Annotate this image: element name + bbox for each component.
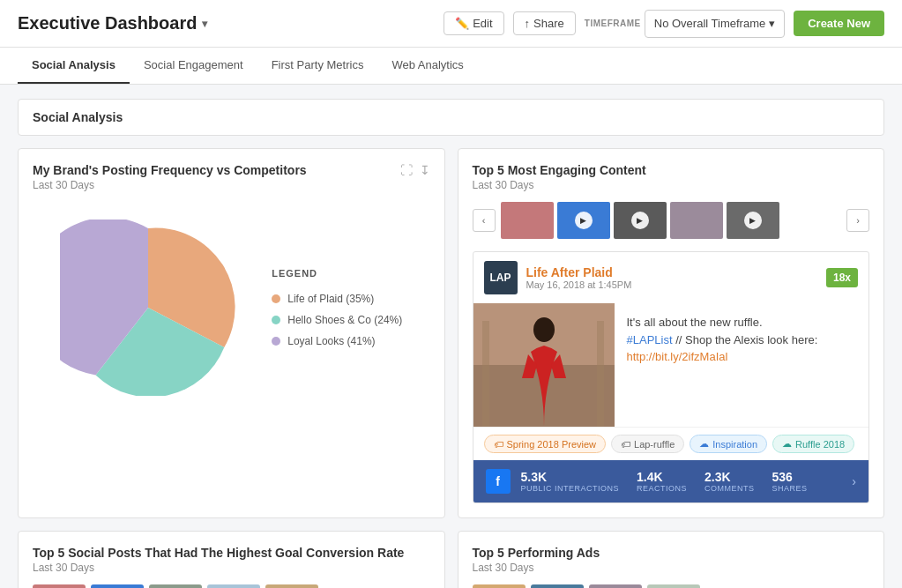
tag-spring[interactable]: 🏷 Spring 2018 Preview	[484, 435, 607, 453]
stat-group: 5.3K PUBLIC INTERACTIONS 1.4K REACTIONS …	[521, 470, 853, 493]
play-icon-3: ▶	[631, 212, 649, 229]
engaging-content-card: Top 5 Most Engaging Content Last 30 Days…	[458, 148, 885, 518]
tab-first-party-metrics[interactable]: First Party Metrics	[257, 48, 378, 84]
title-text: Executive Dashboard	[18, 13, 197, 33]
stat-comments: 2.3K COMMENTS	[704, 470, 755, 493]
ads-thumb-3[interactable]	[589, 584, 642, 588]
stats-chevron-icon[interactable]: ›	[852, 474, 856, 488]
bottom-grid: Top 5 Social Posts That Had The Highest …	[18, 531, 884, 588]
goal-thumb-1[interactable]: 👗	[33, 584, 86, 588]
thumb-1[interactable]	[501, 202, 554, 239]
post-link[interactable]: http://bit.ly/2ifzMaIal	[627, 350, 728, 363]
post-body: It's all about the new ruffle. #LAPList …	[473, 303, 869, 427]
post-date: May 16, 2018 at 1:45PM	[526, 279, 817, 290]
download-icon[interactable]: ↧	[420, 163, 430, 177]
page-title: Executive Dashboard ▾	[18, 13, 207, 33]
post-text-line1: It's all about the new ruffle.	[627, 316, 763, 329]
tag-label-lap: Lap-ruffle	[634, 439, 675, 450]
tag-icon-inspiration: ☁	[699, 438, 709, 450]
post-stats: f 5.3K PUBLIC INTERACTIONS 1.4K REACTION…	[473, 460, 869, 502]
engaging-content-title: Top 5 Most Engaging Content	[473, 163, 870, 177]
thumb-2[interactable]: ▶	[557, 202, 610, 239]
goal-thumb-5[interactable]	[265, 584, 318, 588]
legend-label-3: Loyal Looks (41%)	[287, 335, 375, 347]
tab-web-analytics[interactable]: Web Analytics	[377, 48, 477, 84]
card-title: My Brand's Posting Frequency vs Competit…	[33, 163, 307, 177]
tag-ruffle-2018[interactable]: ☁ Ruffle 2018	[772, 435, 854, 453]
card-header: My Brand's Posting Frequency vs Competit…	[33, 163, 430, 202]
legend: LEGEND Life of Plaid (35%) Hello Shoes &…	[272, 268, 402, 347]
tag-lap-ruffle[interactable]: 🏷 Lap-ruffle	[611, 435, 684, 453]
tag-icon-lap: 🏷	[621, 439, 630, 450]
edit-label: Edit	[473, 17, 492, 30]
section-header: Social Analysis	[18, 99, 884, 136]
thumb-4[interactable]	[670, 202, 723, 239]
timeframe-wrapper: TIMEFRAME No Overall Timeframe ▾	[585, 10, 785, 38]
play-icon-5: ▶	[744, 212, 762, 229]
stat-shares: 536 SHARES	[772, 470, 808, 493]
timeframe-select[interactable]: No Overall Timeframe ▾	[645, 10, 785, 38]
post-avatar: LAP	[484, 261, 518, 294]
ads-thumbnails: 👗 ▶	[473, 584, 870, 588]
stat-label-reactions: REACTIONS	[637, 484, 687, 493]
post-image-svg	[473, 303, 615, 427]
post-hashtag[interactable]: #LAPList	[627, 333, 673, 346]
goal-thumb-4[interactable]	[207, 584, 260, 588]
top-grid: My Brand's Posting Frequency vs Competit…	[18, 148, 884, 518]
performing-ads-subtitle: Last 30 Days	[473, 562, 870, 574]
tab-social-analysis[interactable]: Social Analysis	[18, 48, 130, 84]
ads-thumb-2[interactable]: ▶	[531, 584, 584, 588]
legend-dot-3	[272, 337, 280, 346]
play-icon-2: ▶	[575, 212, 593, 229]
expand-icon[interactable]: ⛶	[400, 163, 413, 177]
goal-conversion-subtitle: Last 30 Days	[33, 562, 430, 574]
svg-rect-3	[597, 321, 604, 427]
performing-ads-title: Top 5 Performing Ads	[473, 546, 870, 560]
facebook-icon: f	[486, 469, 511, 494]
goal-thumb-2[interactable]: ▶	[91, 584, 144, 588]
ads-thumb-1[interactable]: 👗	[473, 584, 526, 588]
thumb-prev-button[interactable]: ‹	[473, 209, 496, 232]
tag-inspiration[interactable]: ☁ Inspiration	[690, 435, 767, 453]
edit-icon: ✏️	[455, 17, 469, 30]
pie-container: LEGEND Life of Plaid (35%) Hello Shoes &…	[33, 202, 430, 413]
thumb-5[interactable]: ▶	[727, 202, 779, 239]
thumbnail-strip: ‹ ▶ ▶ ▶ ›	[473, 202, 870, 239]
nav-tabs: Social Analysis Social Engagement First …	[0, 48, 902, 85]
stat-label-shares: SHARES	[772, 484, 808, 493]
goal-thumbnails: 👗 ▶	[33, 584, 430, 588]
stat-reactions: 1.4K REACTIONS	[637, 470, 687, 493]
goal-conversion-title: Top 5 Social Posts That Had The Highest …	[33, 546, 430, 560]
edit-button[interactable]: ✏️ Edit	[444, 11, 503, 35]
svg-point-4	[533, 317, 555, 342]
share-icon: ↑	[525, 17, 531, 30]
stat-value-reactions: 1.4K	[637, 470, 687, 484]
ads-thumb-4[interactable]	[647, 584, 700, 588]
thumb-next-button[interactable]: ›	[846, 209, 869, 232]
engaging-content-subtitle: Last 30 Days	[473, 179, 870, 191]
tag-icon-spring: 🏷	[494, 439, 503, 450]
legend-label-1: Life of Plaid (35%)	[287, 293, 374, 305]
performing-ads-card: Top 5 Performing Ads Last 30 Days 👗 ▶	[458, 531, 885, 588]
title-chevron-icon[interactable]: ▾	[202, 18, 207, 30]
card-icons: ⛶ ↧	[400, 163, 430, 177]
share-button[interactable]: ↑ Share	[513, 11, 576, 35]
stat-value-comments: 2.3K	[704, 470, 755, 484]
create-new-button[interactable]: Create New	[794, 11, 884, 36]
post-text: It's all about the new ruffle. #LAPList …	[615, 303, 869, 427]
card-subtitle: Last 30 Days	[33, 179, 307, 191]
legend-dot-2	[272, 316, 280, 324]
post-card: LAP Life After Plaid May 16, 2018 at 1:4…	[473, 251, 870, 503]
post-badge: 18x	[826, 268, 858, 287]
timeframe-value: No Overall Timeframe	[654, 17, 765, 30]
legend-item-2: Hello Shoes & Co (24%)	[272, 314, 402, 326]
stat-value-shares: 536	[772, 470, 808, 484]
goal-thumb-3[interactable]	[149, 584, 202, 588]
tab-social-engagement[interactable]: Social Engagement	[130, 48, 257, 84]
post-brand: Life After Plaid	[526, 265, 817, 279]
post-header: LAP Life After Plaid May 16, 2018 at 1:4…	[473, 252, 869, 303]
stat-label-interactions: PUBLIC INTERACTIONS	[521, 484, 620, 493]
tag-label-ruffle: Ruffle 2018	[795, 439, 845, 450]
thumb-3[interactable]: ▶	[614, 202, 667, 239]
timeframe-chevron-icon: ▾	[769, 17, 775, 30]
